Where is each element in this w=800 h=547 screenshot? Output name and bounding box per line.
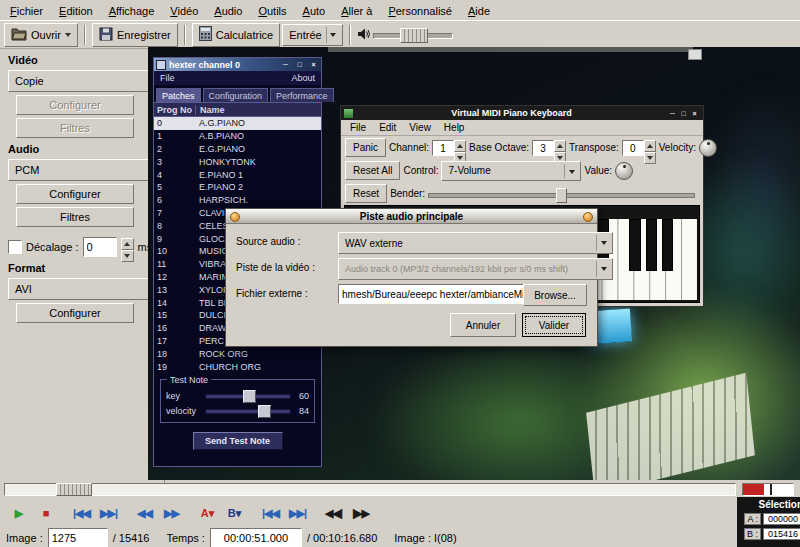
patch-row[interactable]: 6 HARPSICH. (154, 194, 321, 207)
spin-down-icon[interactable] (121, 250, 134, 262)
audio-filters-button[interactable]: Filtres (16, 207, 134, 227)
shift-checkbox[interactable] (8, 240, 22, 254)
hexter-menu-about[interactable]: About (291, 73, 315, 83)
transpose-spinner[interactable]: 0 (622, 140, 656, 156)
wm-dot-icon[interactable] (230, 212, 240, 222)
reset-all-button[interactable]: Reset All (345, 161, 400, 180)
back-frame-button[interactable]: ◀◀ (131, 501, 158, 526)
menu-item[interactable]: Affichage (101, 2, 163, 19)
frame-number-input[interactable] (48, 528, 108, 547)
spin-down-icon[interactable] (644, 152, 656, 164)
hexter-menu-file[interactable]: File (160, 73, 175, 83)
close-icon[interactable]: × (308, 60, 319, 70)
last-frame-button[interactable]: |▶▶ (347, 501, 374, 526)
channel-spinner[interactable]: 1 (432, 140, 466, 156)
save-button[interactable]: Enregistrer (92, 23, 178, 47)
maximize-icon[interactable]: □ (678, 108, 689, 118)
velocity-knob[interactable] (699, 139, 717, 157)
maximize-icon[interactable]: □ (294, 60, 305, 70)
format-configure-button[interactable]: Configurer (16, 303, 134, 323)
menu-item[interactable]: Edition (51, 2, 101, 19)
spinner-buttons[interactable] (454, 140, 466, 156)
shift-value-input[interactable] (83, 237, 117, 257)
prev-black-frame-button[interactable]: |◀◀ (257, 501, 284, 526)
slider-thumb[interactable] (258, 405, 271, 418)
next-keyframe-button[interactable]: ▶▶| (95, 501, 122, 526)
vmpk-menu-item[interactable]: View (403, 121, 437, 134)
patch-row[interactable]: 0 A.G.PIANO (154, 117, 321, 130)
video-configure-button[interactable]: Configurer (16, 95, 134, 115)
time-input[interactable] (210, 528, 302, 547)
velocity-slider[interactable] (205, 405, 291, 416)
spin-up-icon[interactable] (554, 140, 566, 152)
menu-item[interactable]: Outils (250, 2, 294, 19)
piano-black-key[interactable] (662, 219, 673, 271)
video-codec-combo[interactable]: Copie (8, 70, 168, 92)
base-octave-spinner[interactable]: 3 (532, 140, 566, 156)
timeline-thumb[interactable] (56, 483, 92, 496)
menu-item[interactable]: Audio (206, 2, 250, 19)
volume-slider-thumb[interactable] (400, 28, 428, 43)
ok-button[interactable]: Valider (522, 313, 586, 337)
timeline-groove[interactable] (4, 483, 736, 496)
patch-row[interactable]: 18 ROCK ORG (154, 347, 321, 360)
browse-button[interactable]: Browse... (523, 284, 587, 306)
value-knob[interactable] (615, 162, 633, 180)
spin-up-icon[interactable] (121, 238, 134, 250)
panic-button[interactable]: Panic (345, 138, 386, 157)
first-frame-button[interactable]: ◀◀| (320, 501, 347, 526)
next-black-frame-button[interactable]: ▶▶| (284, 501, 311, 526)
spinner-buttons[interactable] (644, 140, 656, 156)
key-slider[interactable] (205, 390, 291, 401)
cancel-button[interactable]: Annuler (450, 313, 516, 337)
mark-a-button[interactable]: A▾ (194, 501, 221, 526)
bender-slider[interactable] (428, 186, 695, 202)
vmpk-titlebar[interactable]: Virtual MIDI Piano Keyboard ─ □ × (341, 106, 703, 120)
column-name[interactable]: Name (196, 105, 321, 115)
shift-spinner[interactable] (121, 238, 134, 256)
mark-b-button[interactable]: B▾ (221, 501, 248, 526)
menu-item[interactable]: Vidéo (162, 2, 206, 19)
prev-keyframe-button[interactable]: |◀◀ (68, 501, 95, 526)
patch-row[interactable]: 3 HONKYTONK (154, 155, 321, 168)
spinner-buttons[interactable] (554, 140, 566, 156)
minimize-icon[interactable]: ─ (280, 60, 291, 70)
wm-dot-icon[interactable] (583, 212, 593, 222)
source-audio-combo[interactable]: WAV externe (338, 232, 613, 254)
hexter-tab[interactable]: Patches (156, 88, 201, 102)
vmpk-menu-item[interactable]: Help (438, 121, 471, 134)
format-combo[interactable]: AVI (8, 278, 168, 300)
menu-item[interactable]: Aide (460, 2, 498, 19)
input-selector-combo[interactable]: Entrée (282, 24, 342, 46)
menu-item[interactable]: Auto (295, 2, 334, 19)
patch-row[interactable]: 2 E.G.PIANO (154, 143, 321, 156)
stop-button[interactable]: ■ (32, 501, 59, 526)
spin-up-icon[interactable] (644, 140, 656, 152)
patch-row[interactable]: 19 CHURCH ORG (154, 360, 321, 373)
external-file-input[interactable] (338, 284, 527, 304)
dialog-titlebar[interactable]: Piste audio principale (226, 209, 597, 224)
vmpk-menu-item[interactable]: File (344, 121, 372, 134)
minimize-icon[interactable]: ─ (667, 108, 678, 118)
close-icon[interactable]: × (689, 108, 700, 118)
patch-row[interactable]: 1 A.B.PIANO (154, 130, 321, 143)
volume-slider[interactable] (373, 27, 453, 43)
slider-thumb[interactable] (556, 188, 567, 203)
menu-item[interactable]: Aller à (333, 2, 380, 19)
slider-thumb[interactable] (243, 390, 256, 403)
spin-up-icon[interactable] (454, 140, 466, 152)
menu-item[interactable]: Fichier (2, 2, 51, 19)
audio-configure-button[interactable]: Configurer (16, 184, 134, 204)
vmpk-menu-item[interactable]: Edit (373, 121, 402, 134)
patch-row[interactable]: 5 E.PIANO 2 (154, 181, 321, 194)
forward-frame-button[interactable]: ▶▶ (158, 501, 185, 526)
video-filters-button[interactable]: Filtres (16, 118, 134, 138)
patch-row[interactable]: 4 E.PIANO 1 (154, 168, 321, 181)
hexter-titlebar[interactable]: hexter channel 0 ─ □ × (154, 58, 321, 71)
send-test-note-button[interactable]: Send Test Note (193, 432, 283, 450)
menu-item[interactable]: Personnalisé (380, 2, 460, 19)
hexter-tab[interactable]: Configuration (203, 88, 269, 102)
reset-button[interactable]: Reset (345, 184, 387, 203)
control-combo[interactable]: 7-Volume (441, 161, 581, 181)
play-button[interactable]: ▶ (5, 501, 32, 526)
